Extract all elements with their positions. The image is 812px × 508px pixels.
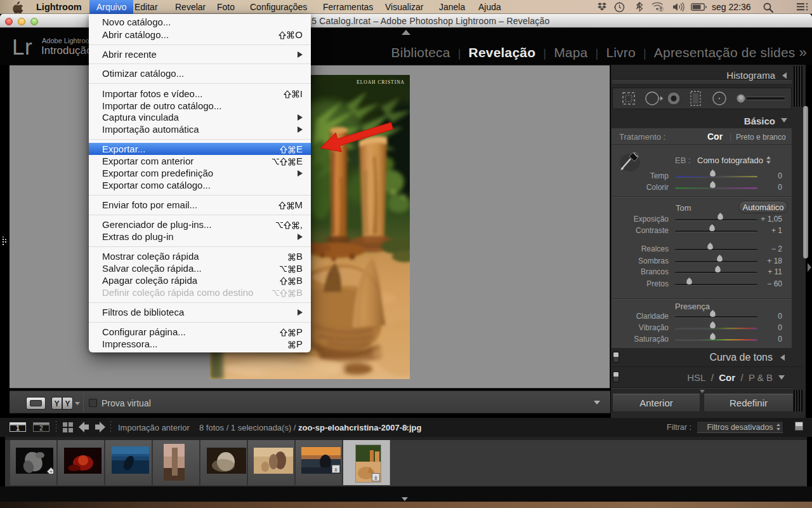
svg-text:ELOAH CRISTINA: ELOAH CRISTINA	[357, 79, 405, 85]
